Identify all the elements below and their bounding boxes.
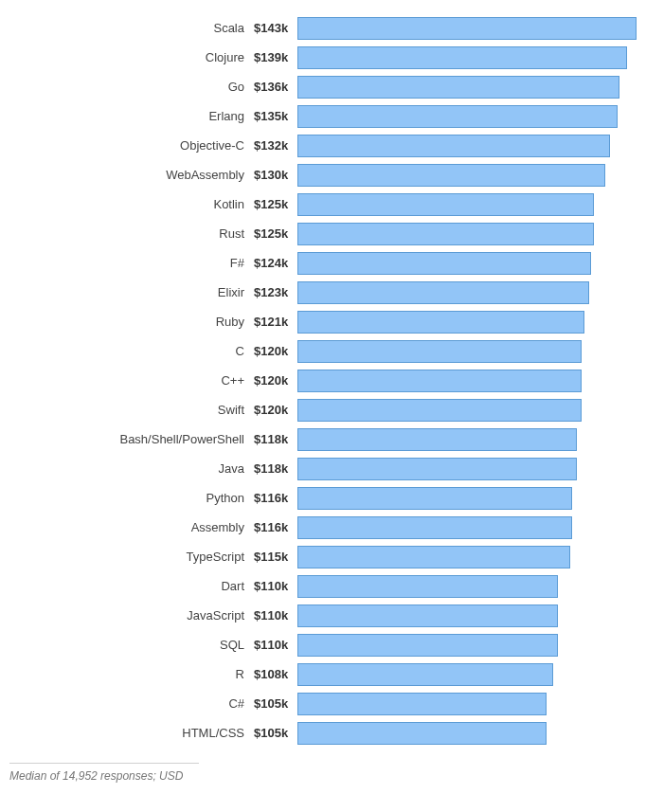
chart-row-label: Dart: [9, 579, 254, 593]
chart-row-label: HTML/CSS: [9, 726, 254, 740]
chart-row-value: $115k: [254, 550, 297, 564]
chart-bar-track: [297, 399, 637, 422]
chart-bar: [297, 223, 594, 245]
chart-row-label: Assembly: [9, 520, 254, 534]
chart-bar: [297, 693, 547, 715]
chart-bar: [297, 399, 582, 422]
chart-row-value: $143k: [254, 21, 297, 35]
chart-bar-track: [297, 487, 637, 510]
chart-row-value: $125k: [254, 197, 297, 211]
chart-row-label: SQL: [9, 638, 254, 652]
chart-row: Elixir$123k: [9, 278, 637, 307]
chart-row: C#$105k: [9, 689, 637, 718]
chart-row-value: $110k: [254, 638, 297, 652]
chart-bar: [297, 281, 589, 304]
chart-bar-track: [297, 693, 637, 715]
chart-bar-track: [297, 76, 637, 99]
chart-row-label: Objective-C: [9, 138, 254, 153]
chart-row-value: $132k: [254, 138, 297, 153]
chart-bar: [297, 663, 553, 686]
chart-bar: [297, 164, 605, 187]
chart-bar: [297, 546, 570, 568]
chart-bar: [297, 428, 577, 451]
chart-row: Objective-C$132k: [9, 131, 637, 160]
chart-bar-track: [297, 46, 637, 69]
chart-bar: [297, 17, 637, 40]
chart-bar: [297, 193, 594, 216]
chart-row-label: Java: [9, 461, 254, 476]
chart-row-value: $121k: [254, 315, 297, 329]
chart-row-value: $110k: [254, 608, 297, 623]
chart-row: Swift$120k: [9, 395, 637, 424]
chart-row-value: $120k: [254, 373, 297, 388]
chart-bar-track: [297, 340, 637, 363]
chart-row-value: $130k: [254, 168, 297, 182]
chart-row: WebAssembly$130k: [9, 160, 637, 189]
chart-row-value: $120k: [254, 403, 297, 417]
chart-bar-track: [297, 135, 637, 157]
chart-bar: [297, 487, 572, 510]
chart-bar: [297, 135, 610, 157]
chart-bar: [297, 340, 582, 363]
chart-row-value: $124k: [254, 256, 297, 270]
chart-row: Java$118k: [9, 454, 637, 483]
chart-footer-note: Median of 14,952 responses; USD: [9, 763, 199, 783]
chart-row: Python$116k: [9, 483, 637, 513]
chart-row-label: Elixir: [9, 285, 254, 299]
chart-row-value: $139k: [254, 50, 297, 64]
chart-bar: [297, 604, 558, 627]
chart-row-label: TypeScript: [9, 550, 254, 564]
chart-row: R$108k: [9, 659, 637, 689]
chart-bar-track: [297, 722, 637, 745]
chart-row-value: $108k: [254, 667, 297, 681]
chart-row: Go$136k: [9, 72, 637, 101]
chart-row-value: $120k: [254, 344, 297, 358]
chart-bar-track: [297, 17, 637, 40]
chart-row: Ruby$121k: [9, 307, 637, 336]
chart-bar: [297, 634, 558, 657]
chart-bar-track: [297, 311, 637, 334]
chart-bar-track: [297, 223, 637, 245]
chart-bar-track: [297, 546, 637, 568]
chart-row-value: $136k: [254, 80, 297, 94]
chart-bar-track: [297, 281, 637, 304]
chart-bar-track: [297, 575, 637, 598]
chart-row-label: WebAssembly: [9, 168, 254, 182]
chart-row: Dart$110k: [9, 571, 637, 601]
chart-row-value: $123k: [254, 285, 297, 299]
chart-row-label: Scala: [9, 21, 254, 35]
chart-row: F#$124k: [9, 248, 637, 278]
chart-bar-track: [297, 193, 637, 216]
chart-bar: [297, 722, 547, 745]
chart-bar-track: [297, 604, 637, 627]
chart-row: HTML/CSS$105k: [9, 718, 637, 748]
chart-row-label: F#: [9, 256, 254, 270]
chart-bar-track: [297, 634, 637, 657]
chart-row: Scala$143k: [9, 13, 637, 43]
chart-row-value: $116k: [254, 491, 297, 505]
chart-row-value: $105k: [254, 696, 297, 711]
chart-row: SQL$110k: [9, 630, 637, 659]
chart-row: C$120k: [9, 336, 637, 366]
chart-row-label: Rust: [9, 226, 254, 241]
chart-bar-track: [297, 252, 637, 275]
chart-bar: [297, 76, 619, 99]
chart-row-label: Clojure: [9, 50, 254, 64]
chart-row-value: $135k: [254, 109, 297, 123]
chart-row-label: Python: [9, 491, 254, 505]
chart-row-label: C++: [9, 373, 254, 388]
chart-bar-track: [297, 458, 637, 480]
chart-bar: [297, 252, 591, 275]
chart-bar: [297, 105, 618, 128]
chart-row-label: Bash/Shell/PowerShell: [9, 432, 254, 446]
chart-row: Bash/Shell/PowerShell$118k: [9, 424, 637, 454]
chart-bar: [297, 311, 584, 334]
chart-row: Rust$125k: [9, 219, 637, 248]
chart-bar-track: [297, 370, 637, 392]
chart-row: C++$120k: [9, 366, 637, 395]
chart-bar-track: [297, 428, 637, 451]
chart-bar-track: [297, 105, 637, 128]
salary-bar-chart: Scala$143kClojure$139kGo$136kErlang$135k…: [9, 13, 637, 748]
chart-row-label: R: [9, 667, 254, 681]
chart-row-value: $105k: [254, 726, 297, 740]
